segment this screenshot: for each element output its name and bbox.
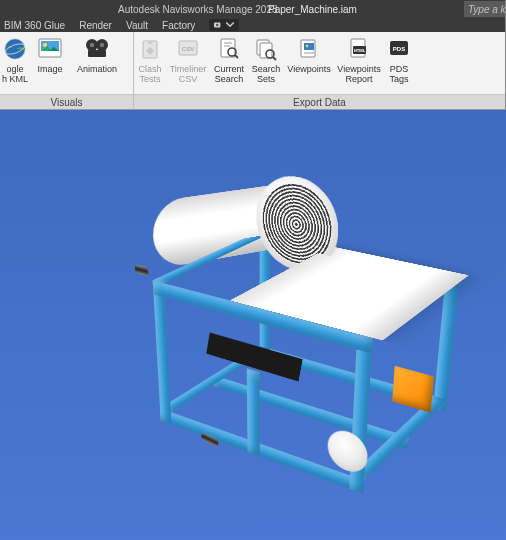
svg-point-1 [216, 24, 219, 27]
btn-label: Image [37, 64, 62, 74]
svg-point-11 [90, 43, 94, 47]
svg-text:CSV: CSV [182, 46, 194, 52]
menubar: BIM 360 Glue Render Vault Factory [0, 18, 506, 32]
clash-icon [137, 35, 163, 63]
paper-machine-model [100, 134, 473, 540]
svg-line-18 [235, 55, 238, 58]
chevron-down-icon [225, 21, 235, 29]
3d-viewport[interactable] [0, 110, 506, 540]
btn-animation[interactable]: Animation [70, 32, 124, 94]
search-input[interactable]: Type a k [464, 1, 506, 17]
btn-label: Animation [77, 64, 117, 74]
camera-icon [213, 21, 223, 29]
html-doc-icon: HTML [346, 35, 372, 63]
menu-bim360glue[interactable]: BIM 360 Glue [4, 20, 65, 31]
document-name: Paper_Machine.iam [268, 4, 357, 15]
pds-icon: PDS [386, 35, 412, 63]
svg-rect-10 [88, 50, 106, 57]
ribbon-panel-exportdata: Clash Tests CSV Timeliner CSV Current Se… [134, 32, 506, 109]
menu-factory[interactable]: Factory [162, 20, 195, 31]
btn-label: Viewpoints Report [337, 64, 380, 84]
svg-point-7 [43, 43, 47, 47]
btn-image[interactable]: Image [30, 32, 70, 94]
btn-label: ogle h KML [2, 64, 28, 84]
svg-text:PDS: PDS [393, 46, 405, 52]
svg-line-24 [273, 57, 276, 60]
menu-render[interactable]: Render [79, 20, 112, 31]
btn-google-earth-kml[interactable]: ogle h KML [0, 32, 30, 94]
svg-point-12 [100, 43, 104, 47]
ribbon-panel-visuals: ogle h KML Image Animation Visuals [0, 32, 134, 109]
svg-point-27 [306, 45, 308, 47]
csv-icon: CSV [175, 35, 201, 63]
btn-search-sets[interactable]: Search Sets [248, 32, 284, 94]
btn-label: Clash Tests [138, 64, 161, 84]
btn-label: PDS Tags [389, 64, 408, 84]
btn-viewpoints-report[interactable]: HTML Viewpoints Report [334, 32, 384, 94]
search-sets-icon [253, 35, 279, 63]
animation-icon [84, 35, 110, 63]
menu-vault[interactable]: Vault [126, 20, 148, 31]
titlebar: Autodesk Navisworks Manage 2023 Paper_Ma… [0, 0, 506, 18]
panel-title-exportdata: Export Data [134, 94, 505, 109]
image-icon [37, 35, 63, 63]
ribbon: ogle h KML Image Animation Visuals [0, 32, 506, 110]
camera-dropdown[interactable] [209, 19, 239, 31]
globe-icon [2, 35, 28, 63]
btn-label: Current Search [214, 64, 244, 84]
search-doc-icon [216, 35, 242, 63]
svg-text:HTML: HTML [354, 48, 366, 53]
btn-clash-tests: Clash Tests [134, 32, 166, 94]
viewpoints-icon [296, 35, 322, 63]
btn-label: Search Sets [252, 64, 281, 84]
btn-timeliner-csv: CSV Timeliner CSV [166, 32, 210, 94]
app-title: Autodesk Navisworks Manage 2023 [118, 4, 278, 15]
btn-pds-tags[interactable]: PDS PDS Tags [384, 32, 414, 94]
svg-rect-26 [304, 43, 314, 50]
btn-viewpoints[interactable]: Viewpoints [284, 32, 334, 94]
panel-title-visuals: Visuals [0, 94, 133, 109]
btn-label: Viewpoints [287, 64, 330, 74]
btn-current-search[interactable]: Current Search [210, 32, 248, 94]
btn-label: Timeliner CSV [170, 64, 207, 84]
